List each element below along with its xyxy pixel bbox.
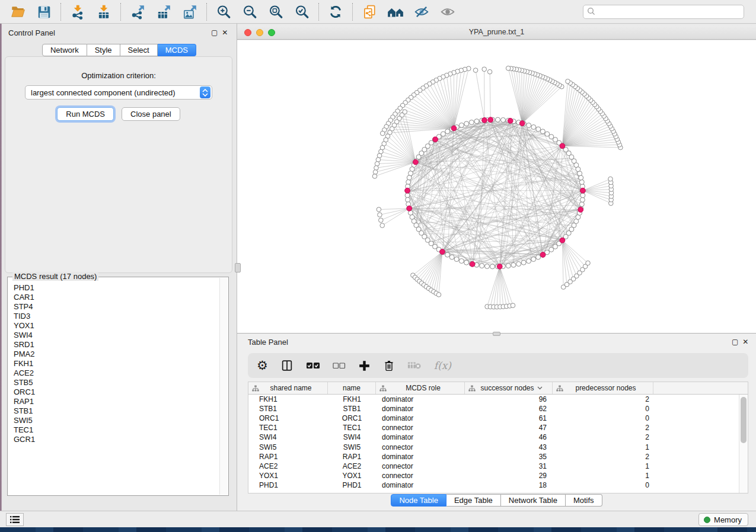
network-node[interactable] [485,264,490,269]
network-window-titlebar[interactable]: YPA_prune.txt_1 [237,25,756,40]
close-table-panel-icon[interactable]: ✕ [742,338,748,346]
network-node[interactable] [536,255,541,259]
save-session-icon[interactable] [35,3,53,21]
network-node[interactable] [487,69,492,74]
network-node[interactable] [540,129,545,134]
network-node[interactable] [445,252,450,257]
deselect-all-icon[interactable] [333,358,346,373]
network-node[interactable] [496,117,500,122]
network-node[interactable] [506,264,511,268]
network-node[interactable] [469,120,474,125]
open-file-icon[interactable] [9,3,27,21]
table-tab-network-table[interactable]: Network Table [501,494,566,507]
network-node[interactable] [374,166,379,171]
network-node[interactable] [459,123,464,127]
network-node-dominator[interactable] [497,264,502,269]
table-row[interactable]: FKH1FKH1dominator962 [248,395,739,404]
mcds-result-scrollbar[interactable] [219,278,228,495]
float-panel-icon[interactable]: ▢ [211,28,218,37]
show-all-icon[interactable] [439,3,457,21]
network-node[interactable] [376,158,381,162]
network-node[interactable] [406,197,410,202]
copy-network-icon[interactable] [361,3,378,21]
tab-style[interactable]: Style [87,44,120,56]
network-node[interactable] [527,259,531,264]
network-node[interactable] [490,264,495,269]
column-header-mcds-role[interactable]: MCDS role [376,382,465,394]
import-network-icon[interactable] [69,3,87,21]
network-node[interactable] [580,193,585,198]
network-node[interactable] [474,119,479,124]
run-mcds-button[interactable]: Run MCDS [57,107,114,121]
network-node[interactable] [380,131,385,136]
network-node-dominator[interactable] [519,121,525,126]
optimization-dropdown[interactable]: largest connected component (undirected) [25,85,212,100]
network-node[interactable] [377,207,381,212]
column-header-predecessor-nodes[interactable]: predecessor nodes [553,382,653,394]
network-node[interactable] [379,218,384,223]
network-node[interactable] [449,255,454,259]
network-node-dominator[interactable] [413,159,419,165]
network-node[interactable] [380,223,385,228]
table-row[interactable]: RAP1RAP1dominator352 [248,452,739,462]
network-node[interactable] [373,170,378,175]
network-node[interactable] [409,171,413,176]
network-node[interactable] [441,132,445,136]
horizontal-splitter-handle[interactable] [493,332,500,336]
search-input[interactable] [583,5,744,19]
close-panel-icon[interactable]: ✕ [222,28,228,37]
network-node[interactable] [375,162,379,166]
import-table-icon[interactable] [95,3,113,21]
network-node[interactable] [549,134,554,139]
close-panel-button[interactable]: Close panel [122,107,180,121]
table-row[interactable]: STB1STB1dominator620 [248,404,739,414]
tab-select[interactable]: Select [120,44,158,56]
table-row[interactable]: PHD1PHD1dominator180 [248,480,739,490]
tab-network[interactable]: Network [42,44,87,56]
table-settings-icon[interactable]: ⚙ [257,358,268,373]
zoom-fit-icon[interactable] [267,3,285,21]
table-row[interactable]: YOX1YOX1connector291 [248,471,739,480]
table-tab-motifs[interactable]: Motifs [566,494,602,507]
network-node-dominator[interactable] [470,261,475,267]
network-node[interactable] [407,175,412,180]
network-node-dominator[interactable] [451,126,457,131]
network-node[interactable] [521,260,526,265]
network-node[interactable] [406,180,411,184]
add-row-icon[interactable] [358,358,371,373]
zoom-selected-icon[interactable] [293,3,311,21]
network-node[interactable] [586,261,591,265]
tab-mcds[interactable]: MCDS [158,44,196,56]
network-node[interactable] [482,67,487,72]
first-neighbors-icon[interactable] [387,3,404,21]
network-node[interactable] [454,257,459,262]
network-node[interactable] [608,177,613,181]
column-header-shared-name[interactable]: shared name [248,382,328,394]
network-node[interactable] [536,127,541,132]
show-columns-icon[interactable] [280,358,294,373]
table-tab-edge-table[interactable]: Edge Table [446,494,501,507]
vertical-splitter-handle[interactable] [235,263,241,273]
network-node-dominator[interactable] [407,206,412,211]
network-node[interactable] [545,132,550,136]
network-node[interactable] [445,129,450,134]
table-scrollbar[interactable] [739,395,748,493]
network-node[interactable] [378,213,382,217]
network-node-dominator[interactable] [508,118,513,124]
network-node[interactable] [531,125,536,130]
network-node-dominator[interactable] [482,118,487,123]
table-row[interactable]: SWI4SWI4dominator462 [248,432,739,442]
hide-selected-icon[interactable] [413,3,430,21]
table-row[interactable]: SWI5SWI5connector431 [248,442,739,451]
network-node-dominator[interactable] [578,207,583,213]
select-all-icon[interactable] [306,358,320,373]
column-header-name[interactable]: name [328,382,376,394]
export-table-icon[interactable] [155,3,173,21]
table-row[interactable]: TEC1TEC1connector472 [248,423,739,432]
network-node[interactable] [501,118,506,123]
table-row[interactable]: ACE2ACE2connector311 [248,462,739,471]
network-node[interactable] [464,260,469,265]
network-node[interactable] [473,68,478,73]
network-node-dominator[interactable] [488,117,493,123]
network-node[interactable] [516,262,521,267]
